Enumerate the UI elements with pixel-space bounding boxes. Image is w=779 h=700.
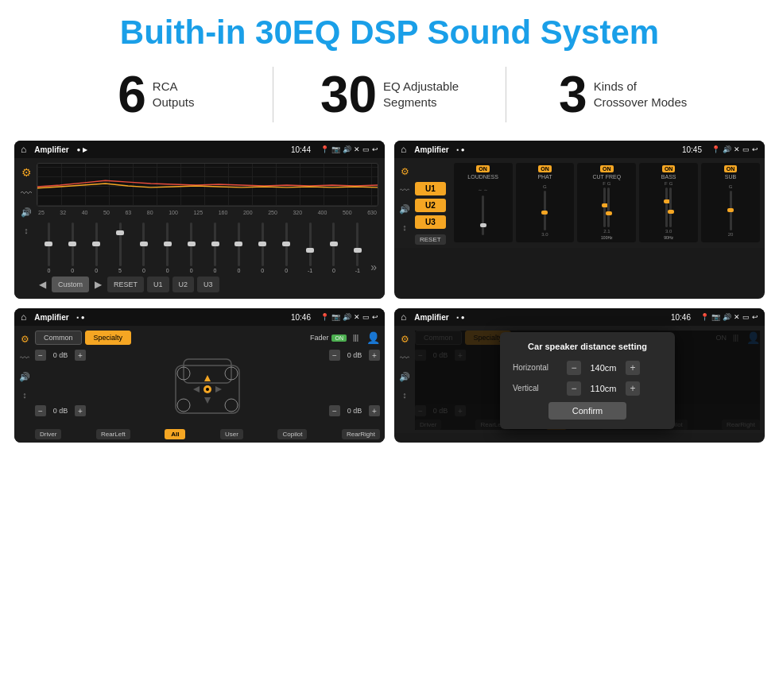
fader-tab-specialty[interactable]: Specialty: [85, 331, 132, 345]
eq-reset-btn[interactable]: RESET: [107, 277, 144, 292]
xo-wave-icon[interactable]: 〰: [400, 185, 409, 196]
xo-slider-cutfreq-2[interactable]: [607, 188, 610, 227]
eq-filter-icon[interactable]: ⚙: [21, 166, 32, 179]
xo-ch-cutfreq-on[interactable]: ON: [600, 165, 614, 172]
eq-next-btn[interactable]: ▶: [92, 277, 104, 292]
xo-slider-bass-2[interactable]: [669, 188, 672, 227]
eq-custom-btn[interactable]: Custom: [52, 277, 89, 292]
xo-slider-phat[interactable]: [544, 191, 546, 230]
xo-slider-bass-1[interactable]: [665, 188, 668, 227]
eq-slider-thumb-4[interactable]: [140, 242, 148, 246]
xo-home-icon[interactable]: ⌂: [401, 144, 406, 155]
xo-u3-btn[interactable]: U3: [415, 215, 446, 229]
fader-driver-btn[interactable]: Driver: [35, 429, 61, 439]
fader-right-top-minus[interactable]: −: [329, 350, 340, 361]
eq-prev-btn[interactable]: ◀: [37, 277, 48, 292]
fader-arrows-icon[interactable]: ↕: [22, 390, 27, 400]
eq-slider-val-7: 0: [214, 268, 217, 273]
dist-home-icon[interactable]: ⌂: [401, 311, 406, 323]
xo-u2-btn[interactable]: U2: [415, 199, 446, 212]
fader-copilot-btn[interactable]: Copilot: [277, 429, 307, 439]
fader-right-top-plus[interactable]: +: [369, 350, 380, 361]
eq-slider-thumb-9[interactable]: [258, 242, 266, 246]
xo-slider-loudness-thumb[interactable]: [480, 223, 486, 227]
dist-vertical-minus[interactable]: −: [567, 381, 581, 396]
eq-vol-ctrl-icon[interactable]: 🔊: [21, 207, 32, 218]
xo-arrows-icon[interactable]: ↕: [402, 222, 407, 232]
eq-slider-track-0[interactable]: [48, 222, 50, 266]
eq-slider-track-5[interactable]: [166, 222, 169, 266]
xo-reset-btn[interactable]: RESET: [415, 234, 446, 245]
eq-slider-thumb-1[interactable]: [68, 242, 76, 246]
eq-home-icon[interactable]: ⌂: [21, 144, 26, 155]
fader-left-bottom-minus[interactable]: −: [35, 405, 46, 416]
xo-vol-ctrl-icon[interactable]: 🔊: [399, 204, 410, 215]
fader-tab-common[interactable]: Common: [35, 331, 82, 345]
eq-slider-track-11[interactable]: [309, 222, 312, 266]
eq-slider-track-7[interactable]: [214, 222, 216, 266]
eq-slider-thumb-7[interactable]: [211, 242, 219, 246]
eq-slider-track-13[interactable]: [356, 222, 358, 266]
dist-filter-icon[interactable]: ⚙: [401, 334, 409, 345]
dist-wave-icon[interactable]: 〰: [400, 353, 409, 364]
eq-u3-btn[interactable]: U3: [197, 277, 219, 292]
eq-slider-track-9[interactable]: [262, 222, 264, 266]
xo-slider-cutfreq-thumb-2[interactable]: [606, 211, 612, 215]
xo-slider-loudness[interactable]: [482, 195, 484, 235]
xo-slider-bass-thumb-2[interactable]: [668, 210, 674, 214]
eq-slider-thumb-3[interactable]: [116, 230, 124, 235]
eq-slider-thumb-8[interactable]: [234, 242, 242, 246]
eq-slider-track-8[interactable]: [238, 222, 240, 266]
eq-expand-icon[interactable]: »: [370, 261, 377, 273]
fader-user-btn[interactable]: User: [220, 429, 243, 439]
eq-slider-thumb-13[interactable]: [354, 248, 362, 253]
xo-slider-cutfreq-1[interactable]: [603, 188, 606, 227]
fader-left-bottom-plus[interactable]: +: [75, 405, 86, 416]
eq-slider-thumb-0[interactable]: [45, 242, 52, 246]
eq-slider-thumb-12[interactable]: [330, 242, 338, 246]
eq-slider-thumb-6[interactable]: [188, 242, 196, 246]
xo-u1-btn[interactable]: U1: [415, 182, 446, 195]
fader-all-btn[interactable]: All: [165, 429, 185, 439]
eq-slider-track-4[interactable]: [142, 222, 145, 266]
dist-horizontal-minus[interactable]: −: [567, 361, 581, 375]
eq-slider-thumb-5[interactable]: [164, 242, 172, 246]
eq-slider-thumb-11[interactable]: [306, 248, 314, 253]
dist-confirm-button[interactable]: Confirm: [548, 402, 627, 420]
eq-slider-track-2[interactable]: [95, 222, 98, 266]
fader-rearleft-btn[interactable]: RearLeft: [96, 429, 130, 439]
fader-left-top-minus[interactable]: −: [35, 350, 46, 361]
fader-vol-ctrl-icon[interactable]: 🔊: [19, 372, 30, 382]
fader-wave-icon[interactable]: 〰: [20, 353, 29, 364]
eq-slider-thumb-2[interactable]: [92, 242, 100, 246]
eq-slider-thumb-10[interactable]: [282, 242, 290, 246]
fader-home-icon[interactable]: ⌂: [21, 311, 26, 323]
xo-slider-phat-thumb[interactable]: [541, 211, 548, 215]
fader-rearright-btn[interactable]: RearRight: [342, 429, 380, 439]
eq-slider-track-6[interactable]: [190, 222, 192, 266]
eq-slider-track-12[interactable]: [332, 222, 335, 266]
xo-ch-bass-on[interactable]: ON: [662, 165, 676, 172]
fader-person-icon[interactable]: 👤: [366, 331, 380, 344]
xo-slider-sub[interactable]: [730, 191, 732, 230]
dist-vertical-plus[interactable]: +: [626, 381, 640, 396]
xo-ch-phat-on[interactable]: ON: [538, 165, 552, 172]
dist-vol-ctrl-icon[interactable]: 🔊: [399, 372, 410, 382]
eq-slider-track-1[interactable]: [72, 222, 74, 266]
dist-horizontal-plus[interactable]: +: [626, 361, 640, 375]
eq-arrows-icon[interactable]: ↕: [24, 226, 29, 235]
eq-slider-track-3[interactable]: [119, 222, 122, 266]
eq-u2-btn[interactable]: U2: [172, 277, 195, 292]
eq-wave-icon[interactable]: 〰: [21, 187, 32, 199]
fader-right-bottom-plus[interactable]: +: [369, 405, 380, 416]
eq-u1-btn[interactable]: U1: [147, 277, 169, 292]
xo-ch-sub-on[interactable]: ON: [724, 165, 738, 172]
fader-right-bottom-minus[interactable]: −: [329, 405, 340, 416]
xo-filter-icon[interactable]: ⚙: [401, 166, 409, 177]
xo-slider-sub-thumb[interactable]: [727, 208, 734, 212]
eq-slider-track-10[interactable]: [285, 222, 288, 266]
fader-filter-icon[interactable]: ⚙: [21, 334, 29, 345]
dist-arrows-icon[interactable]: ↕: [402, 390, 407, 400]
xo-ch-loudness-on[interactable]: ON: [476, 165, 490, 172]
fader-left-top-plus[interactable]: +: [75, 350, 86, 361]
